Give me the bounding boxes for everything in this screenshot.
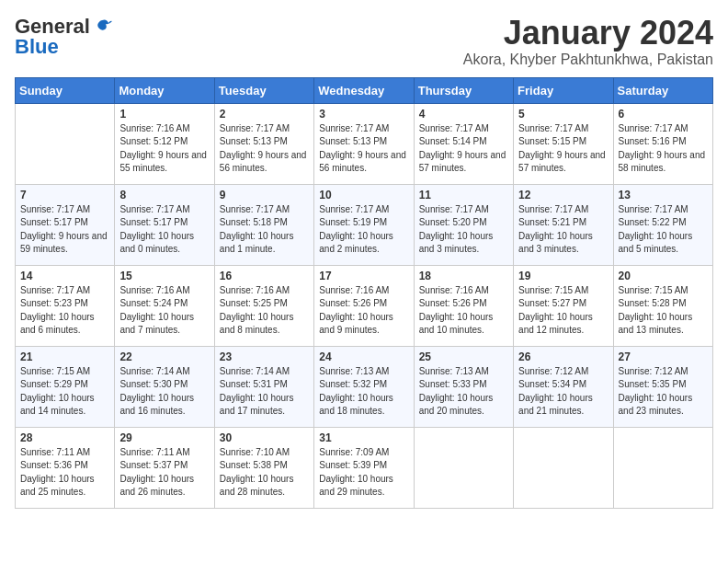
- col-header-tuesday: Tuesday: [214, 77, 313, 103]
- day-info: Sunrise: 7:16 AMSunset: 5:24 PMDaylight:…: [119, 284, 209, 338]
- calendar-cell: [16, 103, 115, 184]
- day-info: Sunrise: 7:12 AMSunset: 5:34 PMDaylight:…: [518, 365, 608, 419]
- calendar-week-3: 14Sunrise: 7:17 AMSunset: 5:23 PMDayligh…: [16, 265, 713, 346]
- day-number: 10: [319, 189, 408, 201]
- day-number: 8: [119, 189, 209, 201]
- day-info: Sunrise: 7:17 AMSunset: 5:14 PMDaylight:…: [419, 122, 508, 176]
- logo-bird-icon: [92, 17, 112, 37]
- day-info: Sunrise: 7:15 AMSunset: 5:28 PMDaylight:…: [619, 284, 708, 338]
- col-header-thursday: Thursday: [414, 77, 513, 103]
- day-number: 19: [518, 270, 608, 282]
- day-info: Sunrise: 7:17 AMSunset: 5:17 PMDaylight:…: [119, 203, 209, 257]
- col-header-friday: Friday: [514, 77, 613, 103]
- day-info: Sunrise: 7:17 AMSunset: 5:18 PMDaylight:…: [220, 203, 309, 257]
- day-number: 3: [319, 108, 408, 121]
- calendar-cell: 23Sunrise: 7:14 AMSunset: 5:31 PMDayligh…: [214, 346, 313, 427]
- day-number: 7: [20, 189, 109, 201]
- day-info: Sunrise: 7:16 AMSunset: 5:26 PMDaylight:…: [419, 284, 508, 338]
- calendar-week-2: 7Sunrise: 7:17 AMSunset: 5:17 PMDaylight…: [16, 184, 713, 265]
- day-number: 20: [619, 270, 708, 282]
- calendar-cell: 26Sunrise: 7:12 AMSunset: 5:34 PMDayligh…: [514, 346, 613, 427]
- day-number: 29: [119, 431, 209, 444]
- col-header-sunday: Sunday: [16, 77, 115, 103]
- calendar-cell: [514, 427, 613, 508]
- day-info: Sunrise: 7:13 AMSunset: 5:33 PMDaylight:…: [419, 365, 508, 419]
- calendar-cell: 10Sunrise: 7:17 AMSunset: 5:19 PMDayligh…: [314, 184, 414, 265]
- calendar-cell: 7Sunrise: 7:17 AMSunset: 5:17 PMDaylight…: [16, 184, 115, 265]
- page-header: General Blue January 2024 Akora, Khyber …: [15, 15, 713, 68]
- day-number: 9: [220, 189, 309, 201]
- col-header-saturday: Saturday: [613, 77, 712, 103]
- calendar-cell: 12Sunrise: 7:17 AMSunset: 5:21 PMDayligh…: [514, 184, 613, 265]
- calendar-cell: 24Sunrise: 7:13 AMSunset: 5:32 PMDayligh…: [314, 346, 414, 427]
- day-info: Sunrise: 7:14 AMSunset: 5:30 PMDaylight:…: [119, 365, 209, 419]
- day-info: Sunrise: 7:15 AMSunset: 5:29 PMDaylight:…: [20, 365, 109, 419]
- day-info: Sunrise: 7:14 AMSunset: 5:31 PMDaylight:…: [220, 365, 309, 419]
- calendar-cell: 5Sunrise: 7:17 AMSunset: 5:15 PMDaylight…: [514, 103, 613, 184]
- col-header-monday: Monday: [115, 77, 214, 103]
- day-number: 6: [619, 108, 708, 121]
- day-info: Sunrise: 7:17 AMSunset: 5:15 PMDaylight:…: [518, 122, 608, 176]
- calendar-cell: 2Sunrise: 7:17 AMSunset: 5:13 PMDaylight…: [214, 103, 313, 184]
- calendar-cell: 28Sunrise: 7:11 AMSunset: 5:36 PMDayligh…: [16, 427, 115, 508]
- calendar-cell: 19Sunrise: 7:15 AMSunset: 5:27 PMDayligh…: [514, 265, 613, 346]
- day-info: Sunrise: 7:17 AMSunset: 5:19 PMDaylight:…: [319, 203, 408, 257]
- calendar-week-4: 21Sunrise: 7:15 AMSunset: 5:29 PMDayligh…: [16, 346, 713, 427]
- calendar-cell: 3Sunrise: 7:17 AMSunset: 5:13 PMDaylight…: [314, 103, 414, 184]
- calendar-cell: 13Sunrise: 7:17 AMSunset: 5:22 PMDayligh…: [613, 184, 712, 265]
- day-number: 13: [619, 189, 708, 201]
- logo: General Blue: [15, 15, 112, 59]
- day-number: 15: [119, 270, 209, 282]
- calendar-cell: 14Sunrise: 7:17 AMSunset: 5:23 PMDayligh…: [16, 265, 115, 346]
- day-number: 22: [119, 350, 209, 363]
- calendar-cell: 31Sunrise: 7:09 AMSunset: 5:39 PMDayligh…: [314, 427, 414, 508]
- day-number: 27: [619, 350, 708, 363]
- day-info: Sunrise: 7:17 AMSunset: 5:17 PMDaylight:…: [20, 203, 109, 257]
- day-info: Sunrise: 7:17 AMSunset: 5:22 PMDaylight:…: [619, 203, 708, 257]
- col-header-wednesday: Wednesday: [314, 77, 414, 103]
- day-info: Sunrise: 7:17 AMSunset: 5:13 PMDaylight:…: [319, 122, 408, 176]
- day-number: 14: [20, 270, 109, 282]
- day-number: 1: [119, 108, 209, 121]
- calendar-cell: 8Sunrise: 7:17 AMSunset: 5:17 PMDaylight…: [115, 184, 214, 265]
- day-number: 2: [220, 108, 309, 121]
- day-number: 26: [518, 350, 608, 363]
- day-info: Sunrise: 7:11 AMSunset: 5:37 PMDaylight:…: [119, 446, 209, 500]
- day-info: Sunrise: 7:17 AMSunset: 5:23 PMDaylight:…: [20, 284, 109, 338]
- calendar-cell: 20Sunrise: 7:15 AMSunset: 5:28 PMDayligh…: [613, 265, 712, 346]
- day-info: Sunrise: 7:15 AMSunset: 5:27 PMDaylight:…: [518, 284, 608, 338]
- calendar-cell: [613, 427, 712, 508]
- day-info: Sunrise: 7:16 AMSunset: 5:25 PMDaylight:…: [220, 284, 309, 338]
- location-title: Akora, Khyber Pakhtunkhwa, Pakistan: [463, 52, 713, 68]
- calendar-cell: [414, 427, 513, 508]
- day-number: 5: [518, 108, 608, 121]
- day-info: Sunrise: 7:11 AMSunset: 5:36 PMDaylight:…: [20, 446, 109, 500]
- day-number: 28: [20, 431, 109, 444]
- day-number: 18: [419, 270, 508, 282]
- calendar-week-1: 1Sunrise: 7:16 AMSunset: 5:12 PMDaylight…: [16, 103, 713, 184]
- calendar-cell: 15Sunrise: 7:16 AMSunset: 5:24 PMDayligh…: [115, 265, 214, 346]
- day-info: Sunrise: 7:17 AMSunset: 5:13 PMDaylight:…: [220, 122, 309, 176]
- day-info: Sunrise: 7:16 AMSunset: 5:12 PMDaylight:…: [119, 122, 209, 176]
- day-number: 4: [419, 108, 508, 121]
- calendar-cell: 16Sunrise: 7:16 AMSunset: 5:25 PMDayligh…: [214, 265, 313, 346]
- day-number: 11: [419, 189, 508, 201]
- calendar-cell: 4Sunrise: 7:17 AMSunset: 5:14 PMDaylight…: [414, 103, 513, 184]
- day-number: 24: [319, 350, 408, 363]
- day-info: Sunrise: 7:17 AMSunset: 5:20 PMDaylight:…: [419, 203, 508, 257]
- day-number: 21: [20, 350, 109, 363]
- calendar-cell: 6Sunrise: 7:17 AMSunset: 5:16 PMDaylight…: [613, 103, 712, 184]
- day-number: 30: [220, 431, 309, 444]
- calendar-header-row: SundayMondayTuesdayWednesdayThursdayFrid…: [16, 77, 713, 103]
- logo-blue: Blue: [15, 35, 59, 59]
- calendar-cell: 11Sunrise: 7:17 AMSunset: 5:20 PMDayligh…: [414, 184, 513, 265]
- day-info: Sunrise: 7:17 AMSunset: 5:16 PMDaylight:…: [619, 122, 708, 176]
- calendar-cell: 17Sunrise: 7:16 AMSunset: 5:26 PMDayligh…: [314, 265, 414, 346]
- calendar-cell: 9Sunrise: 7:17 AMSunset: 5:18 PMDaylight…: [214, 184, 313, 265]
- calendar-cell: 18Sunrise: 7:16 AMSunset: 5:26 PMDayligh…: [414, 265, 513, 346]
- day-number: 12: [518, 189, 608, 201]
- day-info: Sunrise: 7:16 AMSunset: 5:26 PMDaylight:…: [319, 284, 408, 338]
- day-number: 23: [220, 350, 309, 363]
- day-info: Sunrise: 7:13 AMSunset: 5:32 PMDaylight:…: [319, 365, 408, 419]
- calendar-cell: 21Sunrise: 7:15 AMSunset: 5:29 PMDayligh…: [16, 346, 115, 427]
